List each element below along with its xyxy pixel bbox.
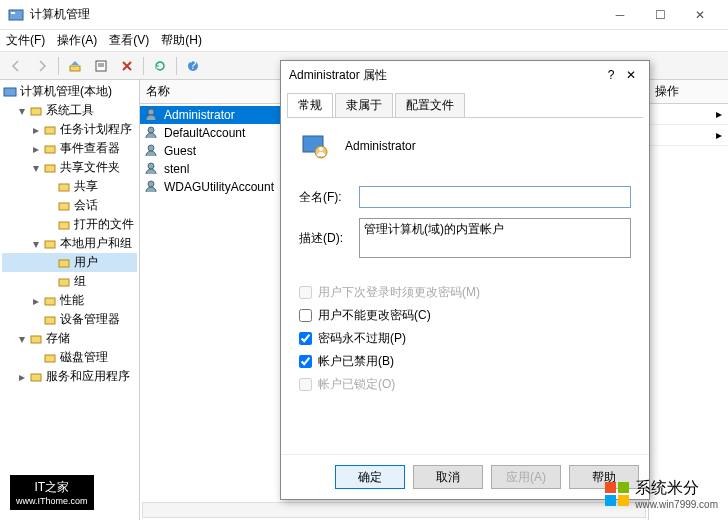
app-icon xyxy=(8,7,24,23)
folder-icon xyxy=(42,141,58,157)
tree-item[interactable]: ▾共享文件夹 xyxy=(2,158,137,177)
user-icon xyxy=(144,125,160,141)
caret-icon: ▾ xyxy=(16,332,28,346)
back-button[interactable] xyxy=(4,55,28,77)
actions-header: 操作 xyxy=(649,80,728,104)
description-label: 描述(D): xyxy=(299,230,359,247)
ok-button[interactable]: 确定 xyxy=(335,465,405,489)
tree-item[interactable]: 用户 xyxy=(2,253,137,272)
help-button[interactable]: ? xyxy=(181,55,205,77)
properties-button[interactable] xyxy=(89,55,113,77)
caret-icon: ▾ xyxy=(30,237,42,251)
user-icon xyxy=(144,143,160,159)
full-name-input[interactable] xyxy=(359,186,631,208)
checkbox-label: 帐户已禁用(B) xyxy=(318,353,394,370)
apply-button[interactable]: 应用(A) xyxy=(491,465,561,489)
tree-item[interactable]: ▾本地用户和组 xyxy=(2,234,137,253)
actions-row[interactable]: ▸ xyxy=(649,125,728,146)
tree-item[interactable]: ▸事件查看器 xyxy=(2,139,137,158)
computer-icon xyxy=(2,84,18,100)
checkbox-row: 帐户已锁定(O) xyxy=(299,376,631,393)
checkbox[interactable] xyxy=(299,309,312,322)
svg-rect-21 xyxy=(31,336,41,343)
tree-label: 存储 xyxy=(46,330,70,347)
description-input[interactable]: 管理计算机(域)的内置帐户 xyxy=(359,218,631,258)
svg-rect-23 xyxy=(31,374,41,381)
menu-action[interactable]: 操作(A) xyxy=(57,32,97,49)
checkbox-row[interactable]: 密码永不过期(P) xyxy=(299,330,631,347)
tree-item[interactable]: 打开的文件 xyxy=(2,215,137,234)
tree-item[interactable]: 共享 xyxy=(2,177,137,196)
maximize-button[interactable]: ☐ xyxy=(640,1,680,29)
checkbox-row[interactable]: 用户不能更改密码(C) xyxy=(299,307,631,324)
properties-dialog: Administrator 属性 ? ✕ 常规 隶属于 配置文件 Adminis… xyxy=(280,60,650,500)
column-name[interactable]: 名称 xyxy=(140,80,300,103)
menu-help[interactable]: 帮助(H) xyxy=(161,32,202,49)
checkbox-row[interactable]: 帐户已禁用(B) xyxy=(299,353,631,370)
dialog-help-button[interactable]: ? xyxy=(601,68,621,82)
tree-label: 本地用户和组 xyxy=(60,235,132,252)
tree-label: 事件查看器 xyxy=(60,140,120,157)
svg-text:?: ? xyxy=(190,59,197,72)
menu-view[interactable]: 查看(V) xyxy=(109,32,149,49)
tree-item[interactable]: 设备管理器 xyxy=(2,310,137,329)
tab-general[interactable]: 常规 xyxy=(287,93,333,117)
folder-icon xyxy=(56,198,72,214)
user-icon xyxy=(144,107,160,123)
svg-point-25 xyxy=(148,127,154,133)
actions-pane: 操作 ▸ ▸ xyxy=(648,80,728,520)
folder-icon xyxy=(42,312,58,328)
actions-row[interactable]: ▸ xyxy=(649,104,728,125)
tab-profile[interactable]: 配置文件 xyxy=(395,93,465,117)
checkbox-label: 密码永不过期(P) xyxy=(318,330,406,347)
svg-rect-8 xyxy=(4,88,16,96)
horizontal-scrollbar[interactable] xyxy=(142,502,646,518)
checkbox-row: 用户下次登录时须更改密码(M) xyxy=(299,284,631,301)
svg-rect-10 xyxy=(45,127,55,134)
tree-item[interactable]: ▾系统工具 xyxy=(2,101,137,120)
user-icon xyxy=(299,130,331,162)
dialog-close-button[interactable]: ✕ xyxy=(621,68,641,82)
close-button[interactable]: ✕ xyxy=(680,1,720,29)
refresh-button[interactable] xyxy=(148,55,172,77)
forward-button[interactable] xyxy=(30,55,54,77)
svg-rect-9 xyxy=(31,108,41,115)
caret-icon: ▾ xyxy=(30,161,42,175)
separator xyxy=(143,57,144,75)
menu-file[interactable]: 文件(F) xyxy=(6,32,45,49)
tree-root[interactable]: 计算机管理(本地) xyxy=(2,82,137,101)
svg-rect-2 xyxy=(70,66,80,71)
delete-button[interactable] xyxy=(115,55,139,77)
tree-item[interactable]: 组 xyxy=(2,272,137,291)
separator xyxy=(58,57,59,75)
svg-point-27 xyxy=(148,163,154,169)
user-name: DefaultAccount xyxy=(164,126,245,140)
tree-label: 共享 xyxy=(74,178,98,195)
svg-rect-14 xyxy=(59,203,69,210)
tree-item[interactable]: ▸任务计划程序 xyxy=(2,120,137,139)
folder-icon xyxy=(42,236,58,252)
tree-label: 性能 xyxy=(60,292,84,309)
svg-rect-22 xyxy=(45,355,55,362)
tree-label: 组 xyxy=(74,273,86,290)
svg-rect-15 xyxy=(59,222,69,229)
tree-label: 任务计划程序 xyxy=(60,121,132,138)
checkbox[interactable] xyxy=(299,332,312,345)
user-name: stenl xyxy=(164,162,189,176)
title-bar: 计算机管理 ─ ☐ ✕ xyxy=(0,0,728,30)
tab-member-of[interactable]: 隶属于 xyxy=(335,93,393,117)
cancel-button[interactable]: 取消 xyxy=(413,465,483,489)
dialog-tabs: 常规 隶属于 配置文件 xyxy=(281,89,649,117)
tree-pane: 计算机管理(本地) ▾系统工具▸任务计划程序▸事件查看器▾共享文件夹共享会话打开… xyxy=(0,80,140,520)
folder-icon xyxy=(28,331,44,347)
checkbox[interactable] xyxy=(299,355,312,368)
up-button[interactable] xyxy=(63,55,87,77)
minimize-button[interactable]: ─ xyxy=(600,1,640,29)
tree-item[interactable]: 磁盘管理 xyxy=(2,348,137,367)
tree-item[interactable]: ▸性能 xyxy=(2,291,137,310)
checkbox xyxy=(299,378,312,391)
tree-item[interactable]: ▾存储 xyxy=(2,329,137,348)
tree-label: 设备管理器 xyxy=(60,311,120,328)
tree-item[interactable]: ▸服务和应用程序 xyxy=(2,367,137,386)
tree-item[interactable]: 会话 xyxy=(2,196,137,215)
